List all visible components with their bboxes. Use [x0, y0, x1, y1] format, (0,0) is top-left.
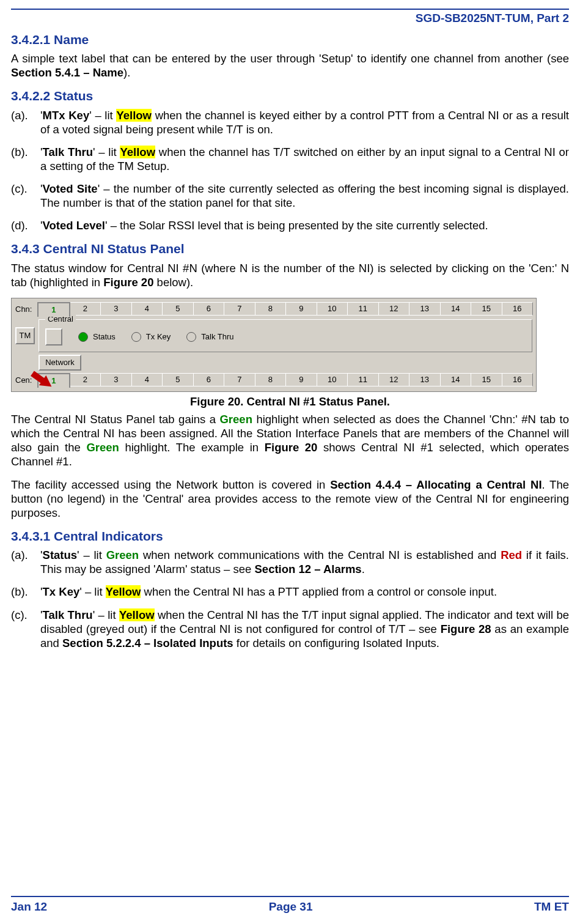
chn-tab-5[interactable]: 5 — [162, 302, 194, 316]
chn-tab-8[interactable]: 8 — [255, 302, 287, 316]
ref-figure: Figure 20 — [265, 441, 318, 454]
footer-right: TM ET — [534, 900, 569, 914]
marker: (a). — [11, 548, 40, 576]
heading-3-4-3: 3.4.3 Central NI Status Panel — [11, 241, 569, 257]
label: Tx Key — [43, 585, 80, 598]
central-remote-button[interactable] — [45, 328, 62, 346]
chn-tab-13[interactable]: 13 — [409, 302, 441, 316]
footer: Jan 12 Page 31 TM ET — [11, 900, 569, 914]
cen-tab-12[interactable]: 12 — [378, 373, 410, 386]
txt: ' – the number of the site currently sel… — [40, 182, 569, 209]
txt: The facility accessed using the Network … — [11, 478, 330, 491]
chn-tab-9[interactable]: 9 — [285, 302, 317, 316]
highlight: Yellow — [119, 608, 155, 621]
marker: (c). — [11, 182, 40, 210]
page-content: SGD-SB2025NT-TUM, Part 2 3.4.2.1 Name A … — [11, 9, 569, 896]
green-text: Green — [106, 549, 139, 561]
txt: below). — [153, 276, 193, 289]
cen-tab-6[interactable]: 6 — [193, 373, 225, 386]
marker: (b). — [11, 145, 40, 173]
txt: ' – lit — [89, 109, 116, 122]
chn-tab-11[interactable]: 11 — [347, 302, 379, 316]
cen-tab-11[interactable]: 11 — [347, 373, 379, 386]
highlight: Yellow — [116, 109, 152, 122]
cen-tab-14[interactable]: 14 — [440, 373, 472, 386]
chn-tab-row: Chn: 12345678910111213141516 — [15, 302, 532, 317]
txt: ' – the Solar RSSI level that is being p… — [105, 219, 488, 232]
ref-section: Section 12 – Alarms — [255, 563, 362, 575]
chn-tab-10[interactable]: 10 — [317, 302, 348, 316]
chn-tabs: 12345678910111213141516 — [37, 302, 532, 317]
footer-rule — [11, 896, 569, 897]
cen-tab-10[interactable]: 10 — [317, 373, 348, 386]
doc-id: SGD-SB2025NT-TUM, Part 2 — [11, 11, 569, 26]
item-c: (c). 'Voted Site' – the number of the si… — [11, 182, 569, 210]
figure-20-caption: Figure 20. Central NI #1 Status Panel. — [11, 394, 569, 408]
marker: (a). — [11, 108, 40, 136]
txkey-label: Tx Key — [146, 332, 171, 342]
cen-tab-4[interactable]: 4 — [131, 373, 163, 386]
chn-tab-14[interactable]: 14 — [440, 302, 472, 316]
chn-tab-6[interactable]: 6 — [193, 302, 225, 316]
item-b2: (b). 'Tx Key' – lit Yellow when the Cent… — [11, 585, 569, 599]
item-a2: (a). 'Status' – lit Green when network c… — [11, 548, 569, 576]
ref-section: Section 5.4.1 – Name — [11, 66, 123, 79]
chn-tab-15[interactable]: 15 — [471, 302, 502, 316]
txt: when network communications with the Cen… — [139, 549, 501, 561]
status-label: Status — [93, 332, 116, 342]
cen-tab-15[interactable]: 15 — [471, 373, 502, 386]
figure-20-panel: Chn: 12345678910111213141516 TM Central … — [11, 298, 537, 392]
cen-tab-8[interactable]: 8 — [255, 373, 287, 386]
cen-tab-5[interactable]: 5 — [162, 373, 194, 386]
header-rule — [11, 9, 569, 10]
highlight: Yellow — [106, 585, 141, 598]
cen-tab-7[interactable]: 7 — [224, 373, 255, 386]
para-343-after1: The Central NI Status Panel tab gains a … — [11, 412, 569, 469]
chn-tab-12[interactable]: 12 — [378, 302, 410, 316]
cen-tab-2[interactable]: 2 — [70, 373, 101, 386]
cen-tab-3[interactable]: 3 — [100, 373, 132, 386]
status-indicator: Status — [78, 332, 116, 342]
green-text: Green — [86, 441, 119, 454]
txt: for details on configuring Isolated Inpu… — [233, 637, 439, 649]
cen-tab-9[interactable]: 9 — [285, 373, 317, 386]
chn-tab-4[interactable]: 4 — [131, 302, 163, 316]
txt: ' – lit — [79, 585, 106, 598]
cen-tab-16[interactable]: 16 — [502, 373, 534, 386]
para-343-after2: The facility accessed using the Network … — [11, 478, 569, 520]
footer-left: Jan 12 — [11, 900, 47, 914]
network-button[interactable]: Network — [39, 355, 81, 371]
txt: The Central NI Status Panel tab gains a — [11, 413, 219, 426]
body: 'Status' – lit Green when network commun… — [40, 548, 569, 576]
chn-tab-16[interactable]: 16 — [502, 302, 534, 316]
tm-button[interactable]: TM — [15, 327, 35, 344]
label: MTx Key — [43, 109, 90, 122]
txt: ). — [123, 66, 130, 79]
mid-row: TM Central Status Tx Key Talk Thru — [15, 319, 532, 352]
talkthru-led-icon — [186, 332, 196, 342]
item-d: (d). 'Voted Level' – the Solar RSSI leve… — [11, 218, 569, 232]
cen-tab-13[interactable]: 13 — [409, 373, 441, 386]
heading-3-4-3-1: 3.4.3.1 Central Indicators — [11, 528, 569, 544]
txkey-indicator: Tx Key — [131, 332, 171, 342]
chn-tab-3[interactable]: 3 — [100, 302, 132, 316]
body: 'Talk Thru' – lit Yellow when the Centra… — [40, 608, 569, 650]
green-text: Green — [219, 413, 252, 426]
marker: (b). — [11, 585, 40, 599]
central-group: Central Status Tx Key Talk Thru — [39, 319, 532, 352]
chn-tab-2[interactable]: 2 — [70, 302, 101, 316]
chn-tab-7[interactable]: 7 — [224, 302, 255, 316]
label: Voted Level — [43, 219, 105, 232]
txt: A simple text label that can be entered … — [11, 52, 569, 65]
ref-figure: Figure 28 — [441, 623, 491, 635]
ref-section: Section 4.4.4 – Allocating a Central NI — [330, 478, 541, 491]
chn-tab-1[interactable]: 1 — [37, 302, 70, 317]
label: Talk Thru — [43, 146, 94, 158]
txt: ' – lit — [93, 608, 119, 621]
heading-3-4-2-1: 3.4.2.1 Name — [11, 32, 569, 48]
cen-tab-row: Cen: 12345678910111213141516 — [15, 373, 532, 388]
chn-label: Chn: — [15, 305, 37, 314]
txt: ' – lit — [77, 549, 106, 561]
talkthru-indicator: Talk Thru — [186, 332, 233, 342]
body: 'Tx Key' – lit Yellow when the Central N… — [40, 585, 569, 599]
